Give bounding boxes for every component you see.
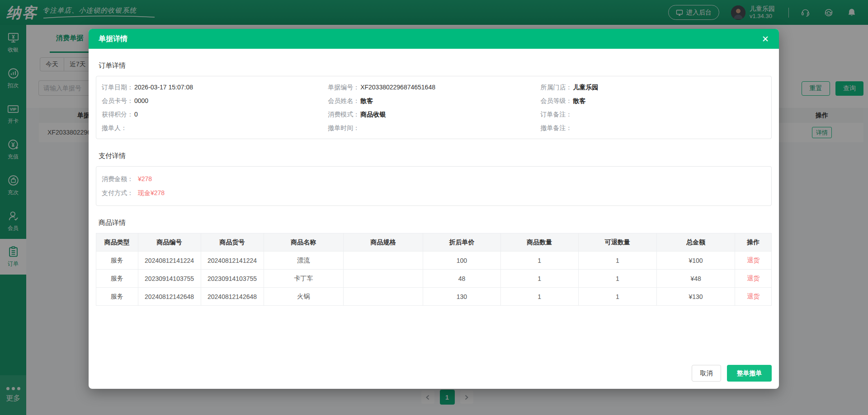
product-cell: ¥130 — [656, 288, 735, 306]
order-field: 会员卡号：0000 — [96, 94, 322, 107]
return-goods-link[interactable]: 退货 — [747, 275, 760, 282]
product-column-header: 商品货号 — [201, 233, 264, 252]
product-cell: 退货 — [735, 252, 772, 270]
order-field: 会员姓名：散客 — [322, 94, 535, 107]
modal-footer: 取消 整单撤单 — [692, 365, 772, 382]
close-icon[interactable]: ✕ — [762, 35, 769, 43]
product-column-header: 商品数量 — [500, 233, 578, 252]
order-field-label: 会员卡号： — [102, 97, 133, 104]
order-field: 所属门店：儿童乐园 — [535, 80, 771, 94]
order-field: 撤单备注： — [535, 121, 771, 135]
product-cell: 20230914103755 — [138, 270, 201, 288]
payment-section-title: 支付详情 — [96, 152, 772, 160]
product-cell: 20240812142648 — [201, 288, 264, 306]
modal-header: 单据详情 ✕ — [89, 29, 779, 49]
payment-method-row: 支付方式： 现金¥278 — [96, 186, 771, 200]
return-goods-link[interactable]: 退货 — [747, 256, 760, 264]
product-cell: 1 — [578, 252, 656, 270]
product-cell: 20240812142648 — [138, 288, 201, 306]
order-field-value: 0000 — [134, 97, 148, 104]
product-cell: ¥48 — [656, 270, 735, 288]
order-field: 会员等级：散客 — [535, 94, 771, 107]
modal-body: 订单详情 订单日期：2026-03-17 15:07:08单据编号：XF2033… — [89, 49, 779, 389]
order-field: 单据编号：XF2033802296874651648 — [322, 80, 535, 94]
product-row: 服务2023091410375520230914103755卡丁车4811¥48… — [96, 270, 772, 288]
order-section-title: 订单详情 — [96, 61, 772, 70]
payment-amount-value: ¥278 — [138, 175, 152, 182]
order-field: 撤单人： — [96, 121, 322, 135]
order-field: 订单日期：2026-03-17 15:07:08 — [96, 80, 322, 94]
product-column-header: 商品编号 — [138, 233, 201, 252]
product-cell: ¥100 — [656, 252, 735, 270]
product-cell: 20230914103755 — [201, 270, 264, 288]
payment-method-label: 支付方式： — [102, 189, 133, 196]
product-cell: 1 — [500, 270, 578, 288]
product-cell: 130 — [423, 288, 501, 306]
product-cell — [343, 252, 423, 270]
product-column-header: 商品名称 — [264, 233, 343, 252]
modal-title: 单据详情 — [99, 34, 127, 44]
order-field-value: 商品收银 — [360, 111, 386, 118]
payment-method-value: 现金¥278 — [138, 189, 165, 196]
product-table-body: 服务2024081214122420240812141224漂流10011¥10… — [96, 252, 772, 306]
void-order-button[interactable]: 整单撤单 — [727, 365, 772, 382]
screen: 纳客 专注单店、小连锁的收银系统 进入后台 儿童乐园 v1.34.30 — [0, 0, 868, 415]
product-table: 商品类型商品编号商品货号商品名称商品规格折后单价商品数量可退数量总金额操作 服务… — [96, 233, 772, 306]
order-field-value: XF2033802296874651648 — [360, 84, 435, 91]
order-field-value: 2026-03-17 15:07:08 — [134, 84, 193, 91]
payment-amount-label: 消费金额： — [102, 175, 133, 182]
order-field-label: 撤单备注： — [540, 124, 572, 131]
product-column-header: 总金额 — [656, 233, 735, 252]
order-field-label: 订单日期： — [102, 84, 133, 91]
payment-amount-row: 消费金额： ¥278 — [96, 172, 771, 186]
product-cell: 退货 — [735, 288, 772, 306]
product-cell: 服务 — [96, 288, 138, 306]
product-row: 服务2024081214122420240812141224漂流10011¥10… — [96, 252, 772, 270]
order-field-label: 会员等级： — [540, 97, 572, 104]
product-column-header: 可退数量 — [578, 233, 656, 252]
order-fields-grid: 订单日期：2026-03-17 15:07:08单据编号：XF203380229… — [96, 76, 772, 139]
order-field-value: 0 — [134, 111, 138, 118]
product-cell: 退货 — [735, 270, 772, 288]
order-field-label: 撤单时间： — [328, 124, 359, 131]
product-cell: 1 — [578, 288, 656, 306]
product-cell: 1 — [500, 252, 578, 270]
product-cell: 火锅 — [264, 288, 343, 306]
order-detail-modal: 单据详情 ✕ 订单详情 订单日期：2026-03-17 15:07:08单据编号… — [89, 29, 779, 389]
product-cell: 20240812141224 — [201, 252, 264, 270]
product-column-header: 商品类型 — [96, 233, 138, 252]
product-cell — [343, 288, 423, 306]
order-field-value: 散客 — [573, 97, 585, 104]
product-table-head: 商品类型商品编号商品货号商品名称商品规格折后单价商品数量可退数量总金额操作 — [96, 233, 772, 252]
return-goods-link[interactable]: 退货 — [747, 293, 760, 300]
cancel-button[interactable]: 取消 — [692, 365, 721, 382]
order-field-label: 会员姓名： — [328, 97, 359, 104]
product-cell: 漂流 — [264, 252, 343, 270]
order-field: 订单备注： — [535, 107, 771, 121]
product-header-row: 商品类型商品编号商品货号商品名称商品规格折后单价商品数量可退数量总金额操作 — [96, 233, 772, 252]
product-cell: 20240812141224 — [138, 252, 201, 270]
order-field-value: 散客 — [360, 97, 373, 104]
order-field-value: 儿童乐园 — [573, 84, 598, 91]
order-field-label: 撤单人： — [102, 124, 127, 131]
product-cell: 卡丁车 — [264, 270, 343, 288]
order-field-label: 订单备注： — [540, 111, 572, 118]
order-field-label: 消费模式： — [328, 111, 359, 118]
product-cell: 服务 — [96, 270, 138, 288]
product-row: 服务2024081214264820240812142648火锅13011¥13… — [96, 288, 772, 306]
order-field-label: 所属门店： — [540, 84, 572, 91]
order-field: 消费模式：商品收银 — [322, 107, 535, 121]
product-section-title: 商品详情 — [96, 219, 772, 227]
payment-box: 消费金额： ¥278 支付方式： 现金¥278 — [96, 166, 772, 206]
product-cell — [343, 270, 423, 288]
product-column-header: 商品规格 — [343, 233, 423, 252]
order-field-label: 获得积分： — [102, 111, 133, 118]
order-field: 撤单时间： — [322, 121, 535, 135]
product-cell: 1 — [500, 288, 578, 306]
product-cell: 1 — [578, 270, 656, 288]
order-field: 获得积分：0 — [96, 107, 322, 121]
product-cell: 48 — [423, 270, 501, 288]
product-column-header: 操作 — [735, 233, 772, 252]
product-cell: 服务 — [96, 252, 138, 270]
order-field-label: 单据编号： — [328, 84, 359, 91]
